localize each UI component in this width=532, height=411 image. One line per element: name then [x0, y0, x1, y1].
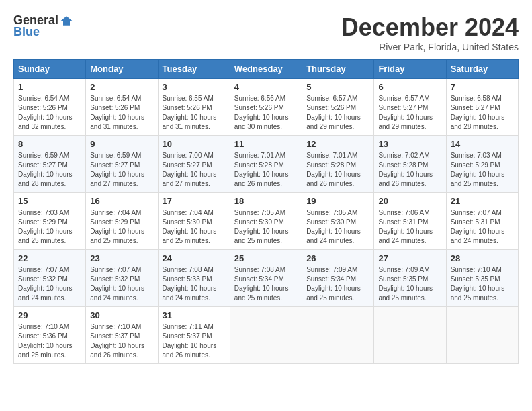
day-info: Sunrise: 6:55 AM Sunset: 5:26 PM Dayligh…: [163, 94, 226, 132]
day-number: 19: [306, 196, 369, 206]
day-number: 2: [90, 82, 153, 92]
day-number: 30: [90, 310, 153, 320]
day-number: 28: [451, 253, 514, 263]
calendar-cell: 16 Sunrise: 7:04 AM Sunset: 5:29 PM Dayl…: [86, 193, 158, 250]
day-number: 13: [378, 139, 441, 149]
day-number: 31: [163, 310, 226, 320]
calendar-cell: 15 Sunrise: 7:03 AM Sunset: 5:29 PM Dayl…: [14, 193, 86, 250]
calendar-week-row: 22 Sunrise: 7:07 AM Sunset: 5:32 PM Dayl…: [14, 250, 519, 307]
day-number: 22: [18, 253, 81, 263]
calendar-cell: 9 Sunrise: 6:59 AM Sunset: 5:27 PM Dayli…: [86, 136, 158, 193]
page-header: General Blue December 2024 River Park, F…: [13, 13, 519, 52]
day-info: Sunrise: 7:01 AM Sunset: 5:28 PM Dayligh…: [234, 151, 298, 189]
calendar-cell: 19 Sunrise: 7:05 AM Sunset: 5:30 PM Dayl…: [302, 193, 374, 250]
day-info: Sunrise: 7:04 AM Sunset: 5:30 PM Dayligh…: [163, 208, 226, 246]
day-number: 10: [163, 139, 226, 149]
day-number: 21: [451, 196, 514, 206]
day-info: Sunrise: 7:10 AM Sunset: 5:35 PM Dayligh…: [451, 265, 514, 303]
day-number: 1: [18, 82, 81, 92]
calendar-cell: 25 Sunrise: 7:08 AM Sunset: 5:34 PM Dayl…: [230, 250, 302, 307]
calendar-cell: 22 Sunrise: 7:07 AM Sunset: 5:32 PM Dayl…: [14, 250, 86, 307]
day-number: 18: [234, 196, 298, 206]
day-info: Sunrise: 7:03 AM Sunset: 5:29 PM Dayligh…: [451, 151, 514, 189]
day-number: 5: [306, 82, 369, 92]
calendar-cell: [230, 307, 302, 364]
day-number: 20: [378, 196, 441, 206]
calendar-cell: 3 Sunrise: 6:55 AM Sunset: 5:26 PM Dayli…: [158, 79, 230, 136]
day-number: 24: [163, 253, 226, 263]
calendar-cell: 23 Sunrise: 7:07 AM Sunset: 5:32 PM Dayl…: [86, 250, 158, 307]
day-info: Sunrise: 6:59 AM Sunset: 5:27 PM Dayligh…: [18, 151, 81, 189]
logo-icon: [60, 14, 73, 28]
logo-blue-text: Blue: [13, 25, 40, 39]
day-info: Sunrise: 7:02 AM Sunset: 5:28 PM Dayligh…: [378, 151, 441, 189]
day-number: 6: [378, 82, 441, 92]
day-number: 14: [451, 139, 514, 149]
logo: General Blue: [13, 13, 73, 39]
calendar-cell: 1 Sunrise: 6:54 AM Sunset: 5:26 PM Dayli…: [14, 79, 86, 136]
day-info: Sunrise: 6:59 AM Sunset: 5:27 PM Dayligh…: [90, 151, 153, 189]
weekday-header-saturday: Saturday: [446, 60, 518, 79]
calendar-cell: 4 Sunrise: 6:56 AM Sunset: 5:26 PM Dayli…: [230, 79, 302, 136]
calendar-cell: [446, 307, 518, 364]
calendar-week-row: 15 Sunrise: 7:03 AM Sunset: 5:29 PM Dayl…: [14, 193, 519, 250]
calendar-cell: 13 Sunrise: 7:02 AM Sunset: 5:28 PM Dayl…: [374, 136, 446, 193]
day-info: Sunrise: 7:10 AM Sunset: 5:36 PM Dayligh…: [18, 322, 81, 360]
day-info: Sunrise: 7:08 AM Sunset: 5:33 PM Dayligh…: [163, 265, 226, 303]
weekday-header-tuesday: Tuesday: [158, 60, 230, 79]
day-info: Sunrise: 6:57 AM Sunset: 5:27 PM Dayligh…: [378, 94, 441, 132]
calendar-cell: [302, 307, 374, 364]
day-number: 17: [163, 196, 226, 206]
calendar-cell: 21 Sunrise: 7:07 AM Sunset: 5:31 PM Dayl…: [446, 193, 518, 250]
day-number: 23: [90, 253, 153, 263]
day-info: Sunrise: 7:04 AM Sunset: 5:29 PM Dayligh…: [90, 208, 153, 246]
day-info: Sunrise: 7:06 AM Sunset: 5:31 PM Dayligh…: [378, 208, 441, 246]
calendar-week-row: 8 Sunrise: 6:59 AM Sunset: 5:27 PM Dayli…: [14, 136, 519, 193]
calendar-cell: 11 Sunrise: 7:01 AM Sunset: 5:28 PM Dayl…: [230, 136, 302, 193]
day-info: Sunrise: 7:00 AM Sunset: 5:27 PM Dayligh…: [163, 151, 226, 189]
calendar-cell: 6 Sunrise: 6:57 AM Sunset: 5:27 PM Dayli…: [374, 79, 446, 136]
calendar-cell: 28 Sunrise: 7:10 AM Sunset: 5:35 PM Dayl…: [446, 250, 518, 307]
calendar-cell: 29 Sunrise: 7:10 AM Sunset: 5:36 PM Dayl…: [14, 307, 86, 364]
day-info: Sunrise: 6:58 AM Sunset: 5:27 PM Dayligh…: [451, 94, 514, 132]
day-number: 29: [18, 310, 81, 320]
calendar-cell: 27 Sunrise: 7:09 AM Sunset: 5:35 PM Dayl…: [374, 250, 446, 307]
day-number: 9: [90, 139, 153, 149]
day-info: Sunrise: 7:03 AM Sunset: 5:29 PM Dayligh…: [18, 208, 81, 246]
month-title: December 2024: [341, 13, 519, 42]
day-number: 25: [234, 253, 298, 263]
weekday-header-thursday: Thursday: [302, 60, 374, 79]
calendar-cell: 5 Sunrise: 6:57 AM Sunset: 5:26 PM Dayli…: [302, 79, 374, 136]
calendar-cell: 20 Sunrise: 7:06 AM Sunset: 5:31 PM Dayl…: [374, 193, 446, 250]
day-info: Sunrise: 6:57 AM Sunset: 5:26 PM Dayligh…: [306, 94, 369, 132]
calendar-cell: 12 Sunrise: 7:01 AM Sunset: 5:28 PM Dayl…: [302, 136, 374, 193]
weekday-header-sunday: Sunday: [14, 60, 86, 79]
calendar-cell: 2 Sunrise: 6:54 AM Sunset: 5:26 PM Dayli…: [86, 79, 158, 136]
calendar-cell: 17 Sunrise: 7:04 AM Sunset: 5:30 PM Dayl…: [158, 193, 230, 250]
weekday-header-monday: Monday: [86, 60, 158, 79]
day-number: 16: [90, 196, 153, 206]
day-info: Sunrise: 7:11 AM Sunset: 5:37 PM Dayligh…: [163, 322, 226, 360]
day-info: Sunrise: 6:54 AM Sunset: 5:26 PM Dayligh…: [18, 94, 81, 132]
calendar-table: SundayMondayTuesdayWednesdayThursdayFrid…: [13, 59, 519, 364]
weekday-header-row: SundayMondayTuesdayWednesdayThursdayFrid…: [14, 60, 519, 79]
day-info: Sunrise: 7:05 AM Sunset: 5:30 PM Dayligh…: [234, 208, 298, 246]
day-number: 3: [163, 82, 226, 92]
day-info: Sunrise: 7:07 AM Sunset: 5:32 PM Dayligh…: [18, 265, 81, 303]
title-area: December 2024 River Park, Florida, Unite…: [341, 13, 519, 52]
day-number: 15: [18, 196, 81, 206]
calendar-cell: 10 Sunrise: 7:00 AM Sunset: 5:27 PM Dayl…: [158, 136, 230, 193]
day-info: Sunrise: 6:54 AM Sunset: 5:26 PM Dayligh…: [90, 94, 153, 132]
weekday-header-friday: Friday: [374, 60, 446, 79]
calendar-cell: 26 Sunrise: 7:09 AM Sunset: 5:34 PM Dayl…: [302, 250, 374, 307]
day-info: Sunrise: 7:09 AM Sunset: 5:34 PM Dayligh…: [306, 265, 369, 303]
calendar-cell: 14 Sunrise: 7:03 AM Sunset: 5:29 PM Dayl…: [446, 136, 518, 193]
calendar-week-row: 29 Sunrise: 7:10 AM Sunset: 5:36 PM Dayl…: [14, 307, 519, 364]
day-info: Sunrise: 7:08 AM Sunset: 5:34 PM Dayligh…: [234, 265, 298, 303]
calendar-cell: 24 Sunrise: 7:08 AM Sunset: 5:33 PM Dayl…: [158, 250, 230, 307]
day-info: Sunrise: 7:09 AM Sunset: 5:35 PM Dayligh…: [378, 265, 441, 303]
day-info: Sunrise: 7:01 AM Sunset: 5:28 PM Dayligh…: [306, 151, 369, 189]
day-number: 27: [378, 253, 441, 263]
weekday-header-wednesday: Wednesday: [230, 60, 302, 79]
day-number: 11: [234, 139, 298, 149]
